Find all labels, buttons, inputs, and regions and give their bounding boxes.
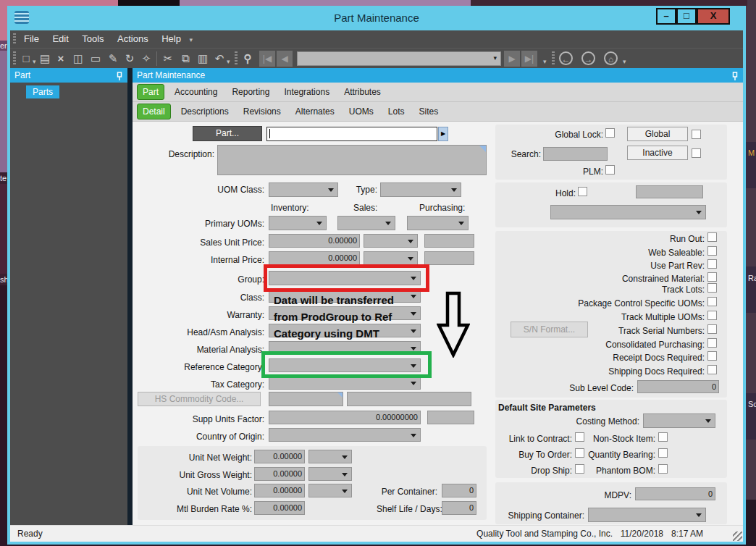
inventory-uom-dropdown[interactable] <box>269 216 327 230</box>
refresh-icon[interactable]: ↻ <box>124 52 135 65</box>
minimize-button[interactable]: – <box>656 8 676 25</box>
record-combo[interactable]: ▾ <box>297 51 501 66</box>
consolidated-purchasing-checkbox[interactable] <box>707 338 717 348</box>
paste-icon[interactable]: ▥ <box>197 52 209 65</box>
costing-method-dropdown[interactable] <box>643 413 715 428</box>
sales-unit-price-field[interactable]: 0.00000 <box>269 234 360 248</box>
shipping-container-dropdown[interactable] <box>588 508 706 522</box>
cut-icon[interactable]: ✂ <box>162 52 174 65</box>
tab-attributes[interactable]: Attributes <box>337 84 388 100</box>
new-caret-icon[interactable]: ▾ <box>33 58 36 65</box>
inactive-checkbox[interactable] <box>692 148 701 158</box>
home-icon[interactable]: ⌂ <box>604 51 618 65</box>
forward-icon[interactable]: → <box>581 51 595 65</box>
tab-accounting[interactable]: Accounting <box>167 84 224 100</box>
record-combo-caret-icon[interactable]: ▾ <box>493 54 497 62</box>
resize-grip[interactable] <box>733 532 742 541</box>
per-container-field[interactable]: 0 <box>442 484 476 497</box>
hs-commodity-field-2[interactable] <box>347 392 471 406</box>
plm-checkbox[interactable] <box>605 165 615 175</box>
history-caret-icon[interactable]: ▾ <box>623 58 626 65</box>
tab-lots[interactable]: Lots <box>381 104 412 119</box>
nav-caret-icon[interactable]: ▾ <box>543 58 547 65</box>
pin-icon[interactable] <box>731 71 739 85</box>
quantity-bearing-checkbox[interactable] <box>658 448 668 458</box>
toolbar-grip[interactable] <box>13 51 16 66</box>
tab-descriptions[interactable]: Descriptions <box>174 104 236 119</box>
search-binoculars-icon[interactable]: ⚲ <box>242 52 253 65</box>
last-record-button[interactable]: ▶| <box>521 51 537 67</box>
unit-net-volume-uom-dropdown[interactable] <box>308 484 352 497</box>
unit-gross-weight-field[interactable]: 0.00000 <box>254 467 305 481</box>
part-button[interactable]: Part... <box>193 126 262 141</box>
book-icon[interactable]: ◫ <box>72 52 84 65</box>
hs-commodity-field-1[interactable] <box>269 392 343 406</box>
use-part-rev-checkbox[interactable] <box>707 259 717 269</box>
menu-help[interactable]: Help <box>156 30 186 47</box>
first-record-button[interactable]: |◀ <box>259 51 275 67</box>
constrained-material-checkbox[interactable] <box>707 272 717 282</box>
global-checkbox[interactable] <box>692 130 701 139</box>
tree-item-parts[interactable]: Parts <box>26 85 59 98</box>
supp-units-factor-field[interactable]: 0.00000000 <box>269 411 421 424</box>
panel-splitter[interactable] <box>127 68 133 529</box>
toolbar-grip[interactable] <box>552 51 555 66</box>
internal-price-field[interactable]: 0.00000 <box>269 251 360 265</box>
run-out-checkbox[interactable] <box>707 232 717 242</box>
title-bar[interactable]: Part Maintenance – □ X <box>7 6 746 30</box>
close-button[interactable]: X <box>697 8 730 25</box>
internal-price-per-dropdown[interactable] <box>364 251 418 265</box>
menu-grip[interactable] <box>13 33 16 45</box>
prev-record-button[interactable]: ◀ <box>277 51 293 67</box>
menu-edit[interactable]: Edit <box>47 30 73 47</box>
sales-price-per-dropdown[interactable] <box>364 234 418 248</box>
track-multiple-uoms-checkbox[interactable] <box>707 311 717 320</box>
attachment-icon[interactable]: ✎ <box>107 52 119 65</box>
undo-icon[interactable]: ↶ <box>214 52 225 65</box>
maximize-button[interactable]: □ <box>676 8 697 25</box>
description-textarea[interactable] <box>217 145 487 175</box>
clear-icon[interactable]: ✧ <box>140 52 152 65</box>
copy-icon[interactable]: ⧉ <box>180 52 191 65</box>
menu-overflow-caret-icon[interactable]: ▾ <box>189 36 193 43</box>
unit-gross-weight-uom-dropdown[interactable] <box>308 467 352 481</box>
shipping-docs-required-checkbox[interactable] <box>707 365 717 374</box>
package-control-specific-uoms-checkbox[interactable] <box>707 297 717 306</box>
sales-uom-dropdown[interactable] <box>337 216 395 230</box>
track-serial-numbers-checkbox[interactable] <box>707 324 717 334</box>
unit-net-weight-uom-dropdown[interactable] <box>308 450 352 463</box>
tab-sites[interactable]: Sites <box>411 104 445 119</box>
uom-class-dropdown[interactable] <box>269 182 338 197</box>
phantom-bom-checkbox[interactable] <box>658 464 668 474</box>
search-input[interactable] <box>543 147 608 161</box>
delete-icon[interactable]: × <box>55 52 67 64</box>
supp-units-uom-field[interactable] <box>427 411 474 424</box>
inactive-button[interactable]: Inactive <box>627 146 688 160</box>
global-button[interactable]: Global <box>627 127 688 141</box>
back-icon[interactable]: ← <box>559 51 573 65</box>
memo-icon[interactable]: ▭ <box>90 52 101 65</box>
tab-detail[interactable]: Detail <box>137 104 171 119</box>
tab-part[interactable]: Part <box>137 84 164 100</box>
receipt-docs-required-checkbox[interactable] <box>707 351 717 361</box>
menu-actions[interactable]: Actions <box>112 30 154 47</box>
menu-tools[interactable]: Tools <box>77 30 109 47</box>
unit-net-volume-field[interactable]: 0.00000 <box>254 484 305 497</box>
undo-caret-icon[interactable]: ▾ <box>227 58 230 65</box>
web-saleable-checkbox[interactable] <box>707 246 717 256</box>
part-input[interactable] <box>266 127 437 141</box>
sub-level-code-field[interactable]: 0 <box>637 380 719 393</box>
tab-uoms[interactable]: UOMs <box>342 104 381 119</box>
mtl-burden-rate-field[interactable]: 0.00000 <box>254 501 305 515</box>
purchasing-uom-dropdown[interactable] <box>407 216 469 230</box>
menu-file[interactable]: File <box>19 30 44 47</box>
track-lots-checkbox[interactable] <box>707 283 717 293</box>
part-expand-button[interactable]: ▶ <box>438 127 448 141</box>
non-stock-item-checkbox[interactable] <box>658 432 668 442</box>
save-icon[interactable]: ▤ <box>39 52 51 65</box>
tab-revisions[interactable]: Revisions <box>236 104 288 119</box>
global-lock-checkbox[interactable] <box>605 128 615 138</box>
country-of-origin-dropdown[interactable] <box>269 428 421 442</box>
hold-date-field[interactable] <box>636 185 703 198</box>
tab-integrations[interactable]: Integrations <box>277 84 337 100</box>
